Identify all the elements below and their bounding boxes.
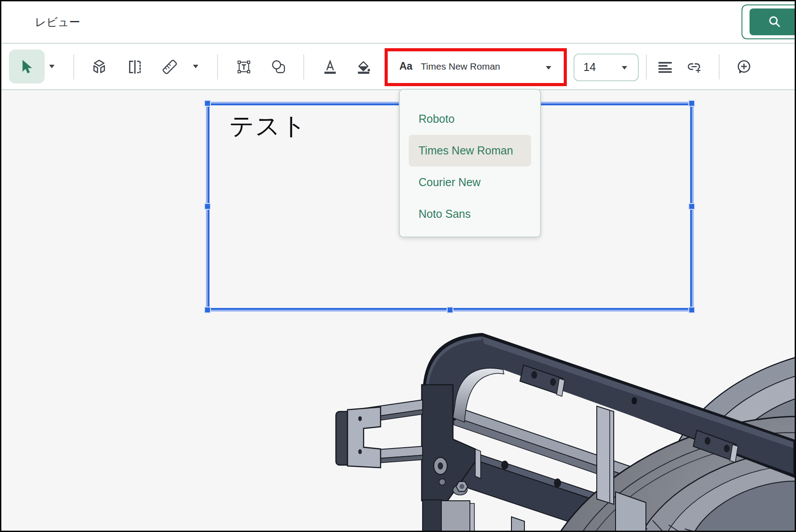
textbox-text[interactable]: テスト [229, 110, 307, 143]
frame-foot [511, 517, 524, 532]
comment-plus-icon [736, 59, 752, 75]
font-sample-label: Aa [399, 60, 412, 72]
measure-button[interactable] [162, 59, 178, 75]
selection-handle-top-left[interactable] [204, 100, 211, 107]
toolbar-divider [73, 54, 74, 79]
header-bar: レビュー [0, 0, 796, 43]
exploded-view-button[interactable] [91, 59, 107, 75]
font-family-value: Times New Roman [421, 61, 500, 72]
font-family-dropdown[interactable]: Aa Times New Roman [388, 51, 564, 83]
text-frame-icon [236, 59, 252, 75]
select-tool-caret-icon[interactable] [49, 65, 54, 68]
font-family-menu: Roboto Times New Roman Courier New Noto … [399, 89, 541, 237]
text-color-icon [322, 59, 338, 75]
ruler-icon [162, 59, 178, 75]
selection-handle-bottom-mid[interactable] [447, 307, 453, 313]
toolbar-divider [719, 54, 720, 79]
paint-bucket-icon [356, 59, 372, 75]
selection-handle-mid-right[interactable] [688, 203, 695, 210]
selection-handle-top-right[interactable] [688, 100, 695, 107]
menu-item-roboto[interactable]: Roboto [400, 103, 540, 135]
selection-handle-bottom-right[interactable] [688, 307, 695, 313]
app-window: レビュー [0, 0, 796, 532]
font-size-value: 14 [583, 61, 596, 74]
section-view-icon [127, 59, 143, 75]
frame-strut [597, 406, 614, 504]
insert-textbox-button[interactable] [236, 59, 252, 75]
page-title: レビュー [35, 15, 80, 29]
insert-link-button[interactable] [686, 59, 702, 75]
shape-icon [271, 59, 287, 75]
selection-handle-bottom-left[interactable] [204, 307, 211, 313]
measure-caret-icon[interactable] [193, 65, 198, 68]
toolbar-divider [303, 54, 304, 79]
font-size-dropdown[interactable]: 14 [574, 54, 639, 81]
menu-item-times-new-roman[interactable]: Times New Roman [409, 135, 531, 166]
toolbar-divider-bottom [0, 89, 796, 90]
toolbar-divider [646, 54, 647, 79]
search-button-focus-ring [742, 4, 796, 39]
insert-shape-button[interactable] [271, 59, 287, 75]
align-left-icon [657, 59, 673, 75]
toolbar-divider [217, 54, 218, 79]
text-color-button[interactable] [322, 59, 338, 75]
font-family-annotation-rectangle: Aa Times New Roman [385, 48, 567, 86]
fill-color-button[interactable] [356, 59, 372, 75]
section-view-button[interactable] [127, 59, 143, 75]
box-3d-icon [91, 59, 107, 75]
add-comment-button[interactable] [736, 59, 752, 75]
cursor-arrow-icon [19, 58, 35, 75]
left-bracket [336, 400, 423, 468]
selection-handle-mid-left[interactable] [204, 203, 211, 210]
font-family-caret-icon [546, 66, 551, 70]
search-button[interactable] [750, 8, 796, 35]
link-plus-icon [686, 59, 702, 75]
frame-lower-posts [423, 500, 474, 532]
menu-item-courier-new[interactable]: Courier New [400, 166, 540, 198]
align-button[interactable] [657, 59, 673, 75]
menu-item-noto-sans[interactable]: Noto Sans [400, 198, 540, 230]
search-icon [767, 15, 782, 29]
font-size-caret-icon [622, 66, 627, 70]
toolbar: Aa Times New Roman 14 [0, 44, 796, 89]
select-tool-button[interactable] [9, 50, 45, 83]
